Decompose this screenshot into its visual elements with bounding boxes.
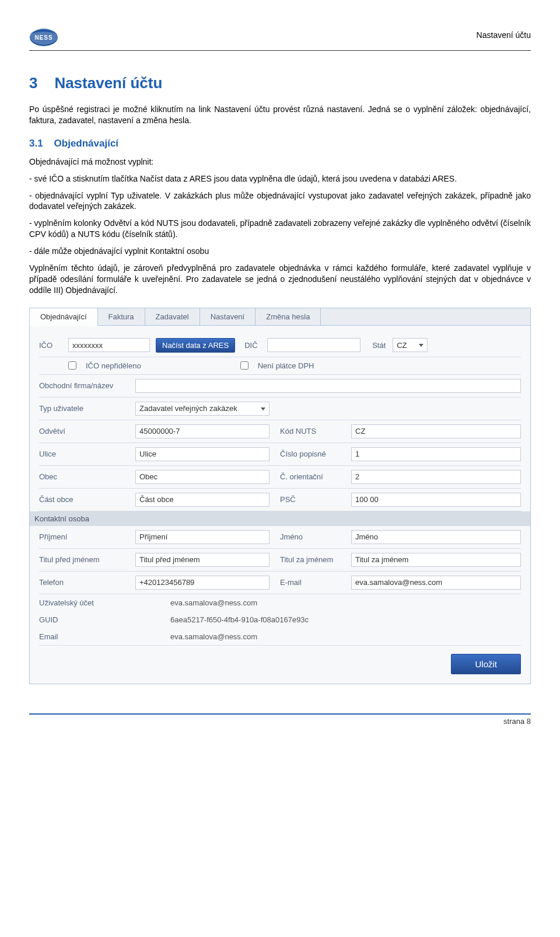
jmeno-input[interactable] bbox=[351, 530, 521, 544]
email-label: E-mail bbox=[275, 578, 345, 587]
footer-text: strana 8 bbox=[503, 717, 531, 726]
row-checks: IČO nepřiděleno Není plátce DPH bbox=[39, 357, 521, 375]
ares-button[interactable]: Načíst data z ARES bbox=[156, 338, 235, 353]
row-odvetvi: Odvětví Kód NUTS bbox=[39, 420, 521, 443]
row-ucet: Uživatelský účet eva.samalova@ness.com bbox=[39, 594, 521, 611]
ness-logo-icon: NESS bbox=[29, 23, 70, 47]
titulp-input[interactable] bbox=[135, 553, 270, 567]
tab-objednavajici[interactable]: Objednávající bbox=[30, 308, 98, 326]
p6: Vyplněním těchto údajů, je zároveň předv… bbox=[29, 263, 531, 296]
row-firma: Obchodní firma/název bbox=[39, 375, 521, 398]
p4: - vyplněním kolonky Odvětví a kód NUTS j… bbox=[29, 218, 531, 240]
cast-input[interactable] bbox=[135, 493, 270, 507]
dic-label: DIČ bbox=[241, 341, 261, 350]
obec-input[interactable] bbox=[135, 470, 270, 484]
prijmeni-label: Příjmení bbox=[39, 532, 130, 541]
tab-faktura[interactable]: Faktura bbox=[98, 308, 145, 325]
email2-label: Email bbox=[39, 632, 130, 641]
ico-nepr-label: IČO nepřiděleno bbox=[86, 361, 141, 370]
row-titul: Titul před jménem Titul za jménem bbox=[39, 549, 521, 572]
h1-title: 3 Nastavení účtu bbox=[29, 74, 531, 92]
ico-input[interactable] bbox=[68, 338, 150, 352]
row-ico: IČO Načíst data z ARES DIČ Stát CZ bbox=[39, 334, 521, 357]
typ-select[interactable]: Zadavatel veřejných zakázek bbox=[135, 402, 270, 416]
kontakt-header: Kontaktní osoba bbox=[30, 511, 530, 526]
tel-input[interactable] bbox=[135, 576, 270, 590]
cp-label: Číslo popisné bbox=[275, 450, 345, 458]
row-prijmeni: Příjmení Jméno bbox=[39, 526, 521, 549]
neni-platce-label: Není plátce DPH bbox=[258, 361, 314, 370]
psc-label: PSČ bbox=[275, 495, 345, 504]
tel-label: Telefon bbox=[39, 578, 130, 587]
email-input[interactable] bbox=[351, 576, 521, 590]
ucet-value: eva.samalova@ness.com bbox=[135, 598, 257, 607]
stat-label: Stát bbox=[366, 341, 387, 350]
h2-num: 3.1 bbox=[29, 138, 43, 149]
prijmeni-input[interactable] bbox=[135, 530, 270, 544]
ico-nepr-checkbox[interactable] bbox=[68, 361, 76, 370]
row-obec: Obec Č. orientační bbox=[39, 466, 521, 489]
tab-zmena-hesla[interactable]: Změna hesla bbox=[256, 308, 321, 325]
neni-platce-checkbox[interactable] bbox=[240, 361, 249, 370]
header-title: Nastavení účtu bbox=[477, 30, 531, 40]
tabs: Objednávající Faktura Zadavatel Nastaven… bbox=[30, 308, 530, 326]
email2-value: eva.samalova@ness.com bbox=[135, 632, 257, 641]
firma-label: Obchodní firma/název bbox=[39, 381, 130, 390]
form-panel: Objednávající Faktura Zadavatel Nastaven… bbox=[29, 308, 531, 684]
nuts-input[interactable] bbox=[351, 424, 521, 438]
p1: Objednávající má možnost vyplnit: bbox=[29, 156, 531, 168]
h1-text: Nastavení účtu bbox=[54, 74, 162, 92]
nuts-label: Kód NUTS bbox=[275, 427, 345, 436]
guid-value: 6aea5217-f650-4fb4-910a-f08a0167e93c bbox=[135, 615, 309, 624]
co-label: Č. orientační bbox=[275, 472, 345, 481]
save-button[interactable]: Uložit bbox=[451, 654, 521, 674]
titulz-input[interactable] bbox=[351, 553, 521, 567]
row-cast: Část obce PSČ bbox=[39, 489, 521, 511]
stat-select[interactable]: CZ bbox=[393, 338, 428, 352]
titulp-label: Titul před jménem bbox=[39, 555, 130, 564]
h1-num: 3 bbox=[29, 74, 37, 92]
co-input[interactable] bbox=[351, 470, 521, 484]
row-guid: GUID 6aea5217-f650-4fb4-910a-f08a0167e93… bbox=[39, 611, 521, 628]
h2-title: 3.1 Objednávající bbox=[29, 138, 531, 149]
ico-label: IČO bbox=[39, 341, 62, 350]
odvetvi-input[interactable] bbox=[135, 424, 270, 438]
guid-label: GUID bbox=[39, 615, 130, 624]
tab-zadavatel[interactable]: Zadavatel bbox=[145, 308, 200, 325]
save-row: Uložit bbox=[39, 646, 521, 674]
page-header: NESS Nastavení účtu bbox=[29, 23, 531, 51]
odvetvi-label: Odvětví bbox=[39, 427, 130, 436]
cp-input[interactable] bbox=[351, 447, 521, 461]
typ-label: Typ uživatele bbox=[39, 404, 130, 413]
row-tel: Telefon E-mail bbox=[39, 572, 521, 594]
firma-input[interactable] bbox=[135, 379, 521, 393]
cast-label: Část obce bbox=[39, 495, 130, 504]
row-typ: Typ uživatele Zadavatel veřejných zakáze… bbox=[39, 398, 521, 420]
ulice-label: Ulice bbox=[39, 450, 130, 458]
row-email2: Email eva.samalova@ness.com bbox=[39, 628, 521, 646]
svg-text:NESS: NESS bbox=[34, 34, 52, 41]
psc-input[interactable] bbox=[351, 493, 521, 507]
page-footer: strana 8 bbox=[29, 713, 531, 726]
logo: NESS bbox=[29, 23, 70, 47]
ucet-label: Uživatelský účet bbox=[39, 598, 130, 607]
intro-para: Po úspěšné registraci je možné kliknutím… bbox=[29, 104, 531, 126]
ulice-input[interactable] bbox=[135, 447, 270, 461]
h2-text: Objednávající bbox=[54, 138, 119, 149]
titulz-label: Titul za jménem bbox=[275, 555, 345, 564]
p5: - dále může objednávající vyplnit Kontak… bbox=[29, 246, 531, 257]
p2: - své IČO a stisknutím tlačítka Načíst d… bbox=[29, 173, 531, 184]
p3: - objednávající vyplní Typ uživatele. V … bbox=[29, 190, 531, 213]
jmeno-label: Jméno bbox=[275, 532, 345, 541]
dic-input[interactable] bbox=[267, 338, 360, 352]
row-ulice: Ulice Číslo popisné bbox=[39, 443, 521, 466]
tab-nastaveni[interactable]: Nastavení bbox=[200, 308, 256, 325]
obec-label: Obec bbox=[39, 472, 130, 481]
